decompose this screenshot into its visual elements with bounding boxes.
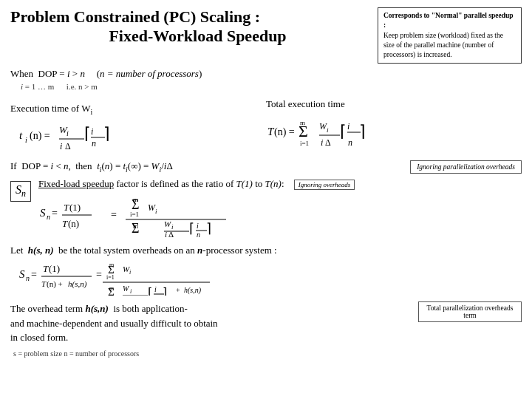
callout-box: Corresponds to "Normal" parallel speedup… bbox=[378, 7, 522, 64]
svg-text:n: n bbox=[154, 295, 158, 296]
overhead-formula-inline: S n = T (1) T (n) + h(s,n) = m Σ i=1 W i… bbox=[10, 270, 269, 281]
svg-text:n: n bbox=[26, 274, 30, 282]
svg-text:i: i bbox=[165, 230, 167, 237]
svg-text:=: = bbox=[52, 208, 58, 219]
svg-text:i=1: i=1 bbox=[106, 274, 115, 281]
execution-total-row: Execution time of Wi t i (n) = W i i Δ ⌈… bbox=[10, 95, 522, 157]
svg-text:n: n bbox=[47, 213, 50, 221]
sn-formula-row: S n = T (1) T (n) = m Σ i=1 W i bbox=[38, 193, 522, 237]
total-parallelization-box: Total parallelization overheads term bbox=[418, 301, 522, 322]
svg-text:Σ: Σ bbox=[132, 221, 139, 236]
title-line2: Fixed-Workload Speedup bbox=[25, 27, 370, 46]
parallel-sublabel: i = 1 … m i.e. n > m bbox=[21, 81, 522, 92]
svg-text:T: T bbox=[62, 218, 68, 229]
svg-text:⌈: ⌈ bbox=[189, 221, 194, 236]
svg-text:T: T bbox=[64, 202, 69, 213]
callout-body: Keep problem size (workload) fixed as th… bbox=[383, 31, 516, 61]
parallelization-callout: Ignoring parallelization overheads bbox=[410, 160, 522, 174]
svg-text:i: i bbox=[25, 136, 27, 144]
svg-text:i: i bbox=[129, 269, 131, 276]
svg-text:i: i bbox=[197, 222, 199, 230]
svg-text:i: i bbox=[321, 137, 323, 148]
svg-text:+: + bbox=[176, 286, 180, 294]
overhead-description: The overhead term h(s,n) is both applica… bbox=[10, 301, 411, 345]
title-block: Problem Constrained (PC) Scaling : Fixed… bbox=[10, 7, 370, 47]
svg-text:⌈: ⌈ bbox=[340, 122, 347, 140]
svg-text:T: T bbox=[43, 263, 49, 274]
svg-text:W: W bbox=[164, 219, 171, 228]
svg-text:⌉: ⌉ bbox=[206, 221, 211, 236]
exec-label: Execution time of Wi bbox=[10, 95, 262, 116]
svg-text:Σ: Σ bbox=[299, 122, 308, 140]
total-exec-block: Total execution time T (n) = i=1 m Σ W i… bbox=[266, 95, 522, 157]
callout-title: Corresponds to "Normal" parallel speedup… bbox=[383, 11, 516, 31]
svg-text:(1): (1) bbox=[49, 263, 60, 274]
svg-text:i=1: i=1 bbox=[300, 140, 309, 147]
svg-text:h(s,n): h(s,n) bbox=[184, 286, 202, 295]
total-exec-formula-svg: T (n) = i=1 m Σ W i i Δ ⌈ i n ⌉ bbox=[266, 113, 414, 154]
overhead-formula-svg: S n = T (1) T (n) + h(s,n) = m Σ i=1 W i… bbox=[18, 257, 269, 296]
if-dop-line: If DOP = i < n, then ti(n) = ti(∞) = Wi/… bbox=[10, 160, 410, 174]
svg-text:Σ: Σ bbox=[108, 286, 115, 296]
svg-text:i: i bbox=[91, 126, 93, 137]
svg-text:i: i bbox=[60, 141, 62, 151]
svg-text:⌉: ⌉ bbox=[359, 122, 366, 140]
svg-text:⌈: ⌈ bbox=[148, 286, 152, 296]
svg-text:(n) +: (n) + bbox=[47, 279, 63, 289]
svg-text:(n) =: (n) = bbox=[274, 126, 295, 138]
svg-text:Δ: Δ bbox=[65, 141, 71, 151]
total-parallelization-label: Total parallelization overheads term bbox=[427, 304, 514, 319]
svg-text:Σ: Σ bbox=[132, 197, 139, 212]
svg-text:i=1: i=1 bbox=[130, 211, 139, 218]
n-def: (n = number of processors) bbox=[97, 68, 202, 80]
svg-text:Δ: Δ bbox=[168, 230, 174, 237]
svg-text:i: i bbox=[66, 129, 69, 137]
dop-area: When DOP = i > n (n = number of processo… bbox=[10, 68, 522, 92]
svg-text:T: T bbox=[41, 279, 47, 288]
main-container: Problem Constrained (PC) Scaling : Fixed… bbox=[0, 0, 532, 399]
svg-text:(1): (1) bbox=[69, 202, 81, 213]
svg-text:Δ: Δ bbox=[127, 295, 132, 296]
sn-section-row: Sn Fixed-load speedup factor is defined … bbox=[10, 178, 522, 237]
svg-text:W: W bbox=[123, 284, 130, 293]
svg-text:⌉: ⌉ bbox=[163, 286, 167, 296]
fixed-load-underline: Fixed-load speedup bbox=[38, 178, 114, 189]
svg-text:i: i bbox=[347, 121, 349, 132]
i-range: i = 1 … m i.e. n > m bbox=[21, 82, 98, 91]
svg-text:i: i bbox=[130, 288, 132, 295]
overhead-section: Let h(s, n) be the total system overhead… bbox=[10, 243, 522, 296]
svg-text:n: n bbox=[197, 231, 200, 237]
total-exec-label: Total execution time bbox=[266, 98, 522, 110]
svg-text:t: t bbox=[19, 129, 23, 141]
sn-box: Sn bbox=[10, 181, 31, 202]
svg-text:⌈: ⌈ bbox=[84, 124, 91, 143]
svg-text:S: S bbox=[19, 268, 25, 280]
svg-text:=: = bbox=[31, 269, 37, 280]
svg-text:n: n bbox=[348, 137, 352, 148]
title-line1: Problem Constrained (PC) Scaling : bbox=[10, 7, 370, 27]
svg-text:(n) =: (n) = bbox=[30, 130, 50, 142]
sn-formula-right-svg: m Σ i=1 W i m Σ i=1 W i i Δ ⌈ bbox=[123, 193, 237, 237]
sn-formula-left-svg: S n = T (1) T (n) bbox=[38, 196, 105, 234]
ignoring-badge: Ignoring overheads bbox=[294, 180, 355, 190]
header-area: Problem Constrained (PC) Scaling : Fixed… bbox=[10, 7, 522, 64]
dop-line: When DOP = i > n (n = number of processo… bbox=[10, 68, 522, 80]
equals-sign: = bbox=[111, 209, 117, 221]
exec-formula-svg: t i (n) = W i i Δ ⌈ i n ⌉ bbox=[18, 118, 114, 154]
when-label: When DOP = i > n bbox=[10, 68, 92, 80]
svg-text:n: n bbox=[92, 138, 96, 149]
fixed-load-block: Fixed-load speedup factor is defined as … bbox=[38, 178, 522, 237]
exec-formula: t i (n) = W i i Δ ⌈ i n ⌉ bbox=[10, 118, 266, 157]
svg-text:h(s,n): h(s,n) bbox=[68, 279, 87, 289]
footnote: s = problem size n = number of processor… bbox=[10, 349, 522, 358]
svg-text:⌉: ⌉ bbox=[103, 124, 110, 143]
svg-text:=: = bbox=[96, 269, 102, 280]
svg-text:(n): (n) bbox=[68, 218, 79, 229]
fixed-load-desc: Fixed-load speedup factor is defined as … bbox=[38, 178, 522, 190]
svg-text:i: i bbox=[155, 208, 157, 215]
svg-text:Δ: Δ bbox=[325, 137, 331, 148]
bottom-row: The overhead term h(s,n) is both applica… bbox=[10, 301, 522, 345]
svg-text:i: i bbox=[123, 295, 126, 296]
if-dop-row: If DOP = i < n, then ti(n) = ti(∞) = Wi/… bbox=[10, 160, 522, 174]
svg-text:S: S bbox=[40, 207, 46, 219]
